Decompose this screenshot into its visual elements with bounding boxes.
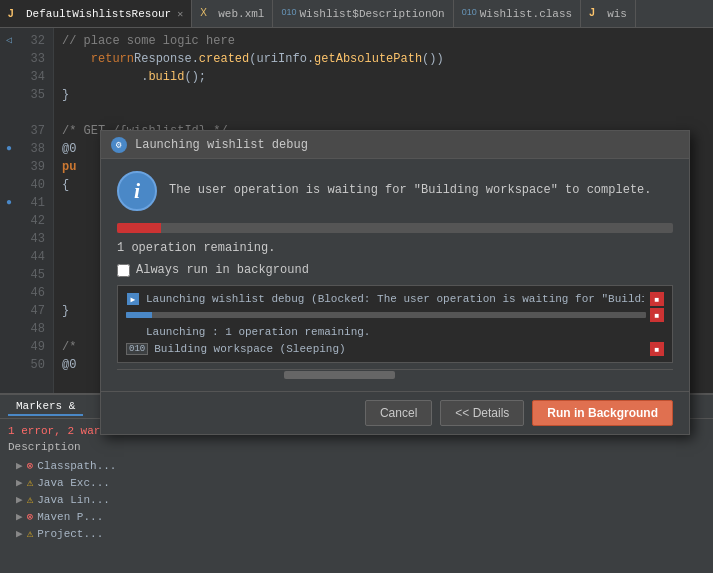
sub-horizontal-scrollbar[interactable]	[117, 369, 673, 379]
dialog: ⚙ Launching wishlist debug i The user op…	[100, 130, 690, 435]
sub-item-1: ▶ Launching wishlist debug (Blocked: The…	[122, 290, 668, 308]
tree-item-java-lin[interactable]: ▶ ⚠ Java Lin...	[8, 491, 705, 508]
xml-icon: X	[200, 7, 214, 21]
tab-label: web.xml	[218, 8, 264, 20]
expand-arrow5: ▶	[16, 527, 23, 540]
expand-arrow3: ▶	[16, 493, 23, 506]
expand-arrow: ▶	[16, 459, 23, 472]
sub-hscroll-thumb[interactable]	[284, 371, 395, 379]
details-button[interactable]: << Details	[440, 400, 524, 426]
error-icon: ⊗	[27, 459, 34, 472]
always-run-label[interactable]: Always run in background	[136, 263, 309, 277]
dialog-footer: Cancel << Details Run in Background	[101, 391, 689, 434]
tab-label: Wishlist.class	[480, 8, 572, 20]
tab-close-icon[interactable]: ✕	[177, 8, 183, 20]
sub-progress-fill-1	[126, 312, 152, 318]
expand-arrow2: ▶	[16, 476, 23, 489]
error-count: 1 error, 2 war	[8, 425, 100, 437]
warn-icon2: ⚠	[27, 493, 34, 506]
markers-tab-label: Markers &	[16, 400, 75, 412]
cancel-button[interactable]: Cancel	[365, 400, 432, 426]
execution-point: ●	[6, 140, 12, 158]
warn-icon3: ⚠	[27, 527, 34, 540]
item-label4: Maven P...	[37, 511, 103, 523]
run-in-background-button[interactable]: Run in Background	[532, 400, 673, 426]
item-label: Classpath...	[37, 460, 116, 472]
error-icon2: ⊗	[27, 510, 34, 523]
tab-label: Wishlist$DescriptionOn	[299, 8, 444, 20]
line-numbers: 32 33 34 35 37 38 39 40 41 42 43 44 45 4…	[18, 28, 54, 393]
code-line-33: return Response.created(uriInfo.getAbsol…	[62, 50, 705, 68]
sub-items-wrapper: ▶ Launching wishlist debug (Blocked: The…	[117, 285, 673, 379]
markers-tab[interactable]: Markers &	[8, 398, 83, 416]
class-icon: 010	[281, 7, 295, 21]
sub-stop-button-3[interactable]: ■	[650, 342, 664, 356]
sub-item-1-label: Launching wishlist debug (Blocked: The u…	[146, 293, 644, 305]
sub-item-1-bar-row: ■	[122, 308, 668, 324]
dialog-message: The user operation is waiting for "Build…	[169, 171, 651, 199]
col-label: Description	[8, 441, 81, 453]
main-progress-bar	[117, 223, 161, 233]
sub-progress-1	[126, 312, 646, 318]
dialog-body: i The user operation is waiting for "Bui…	[101, 159, 689, 391]
warn-icon: ⚠	[27, 476, 34, 489]
tab-label: wis	[607, 8, 627, 20]
tab-web-xml[interactable]: X web.xml	[192, 0, 273, 27]
sub-stop-button-1[interactable]: ■	[650, 292, 664, 306]
main-progress-container	[117, 223, 673, 233]
tab-wishlist-class[interactable]: 010 Wishlist.class	[454, 0, 581, 27]
dialog-title: Launching wishlist debug	[135, 138, 308, 152]
info-icon: i	[117, 171, 157, 211]
description-header: Description	[8, 439, 705, 457]
tree-item-classpath[interactable]: ▶ ⊗ Classpath...	[8, 457, 705, 474]
dialog-titlebar: ⚙ Launching wishlist debug	[101, 131, 689, 159]
bookmark2: ●	[6, 194, 12, 212]
java-icon: J	[8, 7, 22, 21]
editor-gutter: ◁ ● ●	[0, 28, 18, 393]
dialog-title-icon: ⚙	[111, 137, 127, 153]
java-icon2: J	[589, 7, 603, 21]
breakpoint-arrow: ◁	[6, 32, 12, 50]
code-line-34: .build();	[62, 68, 705, 86]
tab-default-wishlists[interactable]: J DefaultWishlistsResour ✕	[0, 0, 192, 27]
dialog-info-row: i The user operation is waiting for "Bui…	[117, 171, 673, 211]
tree-item-project[interactable]: ▶ ⚠ Project...	[8, 525, 705, 542]
sub-item-3-label: Building workspace (Sleeping)	[154, 343, 345, 355]
tab-wis[interactable]: J wis	[581, 0, 636, 27]
tree-item-java-exc[interactable]: ▶ ⚠ Java Exc...	[8, 474, 705, 491]
ops-remaining: 1 operation remaining.	[117, 241, 673, 255]
class-file-icon: 010	[126, 343, 148, 355]
tab-bar: J DefaultWishlistsResour ✕ X web.xml 010…	[0, 0, 713, 28]
expand-arrow4: ▶	[16, 510, 23, 523]
bottom-panel-content: 1 error, 2 war Description ▶ ⊗ Classpath…	[0, 419, 713, 546]
tree-item-maven[interactable]: ▶ ⊗ Maven P...	[8, 508, 705, 525]
sub-item-3: 010 Building workspace (Sleeping) ■	[122, 340, 668, 358]
green-status-icon: ▶	[126, 292, 140, 306]
item-label3: Java Lin...	[37, 494, 110, 506]
class-icon2: 010	[462, 7, 476, 21]
sub-item-2: Launching : 1 operation remaining.	[122, 324, 668, 340]
tab-label: DefaultWishlistsResour	[26, 8, 171, 20]
sub-item-2-label: Launching : 1 operation remaining.	[146, 326, 370, 338]
code-line-35: }	[62, 86, 705, 104]
tab-wishlist-desc[interactable]: 010 Wishlist$DescriptionOn	[273, 0, 453, 27]
always-run-checkbox-row: Always run in background	[117, 263, 673, 277]
item-label5: Project...	[37, 528, 103, 540]
code-line-36	[62, 104, 705, 122]
always-run-checkbox[interactable]	[117, 264, 130, 277]
sub-progress-area: ▶ Launching wishlist debug (Blocked: The…	[117, 285, 673, 363]
code-line-32: // place some logic here	[62, 32, 705, 50]
svg-text:▶: ▶	[131, 295, 136, 304]
sub-stop-button-1b[interactable]: ■	[650, 308, 664, 322]
item-label2: Java Exc...	[37, 477, 110, 489]
